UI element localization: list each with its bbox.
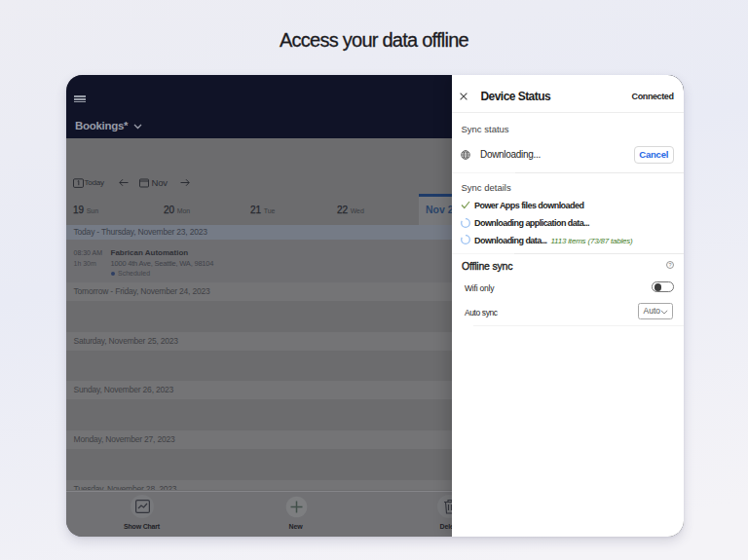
- svg-text:?: ?: [668, 262, 671, 268]
